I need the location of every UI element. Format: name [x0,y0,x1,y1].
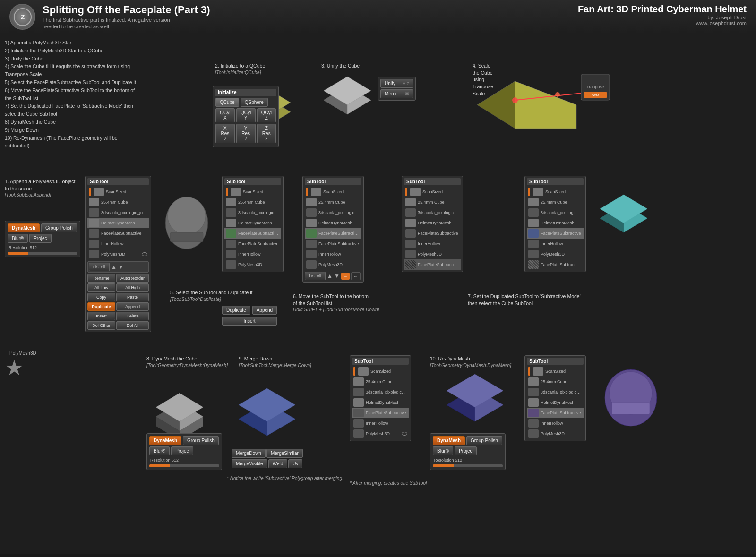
subtool-row-polymesh-1[interactable]: PolyMesh3D [87,249,149,259]
st5-faceplate-selected[interactable]: FacePlateSubtractive [527,228,584,239]
blur-button-3[interactable]: Blur® [433,446,453,455]
qcube-button[interactable]: QCube [215,98,239,107]
del-all-button[interactable]: Del All [116,321,149,330]
rename-button[interactable]: Rename [87,274,115,283]
st10-cube[interactable]: 25.4mm Cube [352,377,409,387]
st5-cube[interactable]: 25.4mm Cube [527,197,584,207]
st2-innerhollow[interactable]: InnerHollow [224,249,281,259]
st2-polymesh[interactable]: PolyMesh3D [224,259,281,270]
st10-helmet[interactable]: HelmetDynaMesh [352,397,409,408]
qcyl-z-button[interactable]: QCyl Z [257,108,276,122]
st4-scan3d[interactable]: 3dscanla_pixologic_josephd_ne [404,207,461,218]
st5-scansized[interactable]: ScanSized [527,187,584,197]
stf-cube[interactable]: 25.4mm Cube [527,377,584,387]
st3-scansized[interactable]: ScanSized [305,187,361,197]
st4-cube[interactable]: 25.4mm Cube [404,197,461,207]
append-action-button[interactable]: Append [252,306,277,315]
paste-button[interactable]: Paste [116,293,149,301]
st5-helmet[interactable]: HelmetDynaMesh [527,218,584,228]
list-all-button-1[interactable]: List All [89,263,110,271]
group-polish-button-2[interactable]: Group Polish [183,436,219,445]
st4-faceplate-sub[interactable]: FacePlateSubtractive [404,228,461,239]
qcyl-y-button[interactable]: QCyl Y [236,108,256,122]
copy-button[interactable]: Copy [87,293,115,301]
projec-button-2[interactable]: Projec [171,446,193,455]
st4-scansized[interactable]: ScanSized [404,187,461,197]
nav-up-icon-1[interactable]: ▲ [111,264,117,270]
list-all-button-3[interactable]: List All [305,272,326,280]
dynamesh-button-3[interactable]: DynaMesh [433,436,465,445]
duplicate-action-button[interactable]: Duplicate [222,306,250,315]
weld-button[interactable]: Weld [268,459,288,468]
st2-faceplate-selected[interactable]: FacePlateSubtractive1 [224,228,281,239]
st10-scan3d[interactable]: 3dscanla_pixologic_josephd_ne [352,387,409,397]
st3-faceplate[interactable]: FacePlateSubtractive [305,239,361,249]
nav-down-icon-1[interactable]: ▼ [118,264,124,270]
projec-button-1[interactable]: Projec [29,234,51,243]
mergedown-button[interactable]: MergeDown [232,449,266,458]
autoreorder-button[interactable]: AutoReorder [116,274,149,283]
st2-cube[interactable]: 25.4mm Cube [224,197,281,207]
subtool-row-innerhollow-1[interactable]: InnerHollow [87,239,149,249]
move-down-button[interactable]: → [341,273,350,280]
st3-innerhollow[interactable]: InnerHollow [305,249,361,259]
subtool-row-scansized-1[interactable]: ScanSized [87,187,149,197]
all-high-button[interactable]: All High [116,283,149,292]
stf-faceplate-selected[interactable]: FacePlateSubtractive [527,408,584,418]
x-res-button[interactable]: X Res 2 [215,124,235,143]
unify-button[interactable]: Unify ⌘V Z [380,79,413,88]
duplicate-button-main[interactable]: Duplicate [87,302,115,311]
insert-button-grid[interactable]: Insert [87,312,115,320]
projec-button-3[interactable]: Projec [455,446,476,455]
st4-faceplate-bottom[interactable]: FacePlateSubtractive1 [404,259,461,270]
dynamesh-button-1[interactable]: DynaMesh [8,223,40,232]
stf-polymesh[interactable]: PolyMesh3D [527,428,584,439]
delete-button-grid[interactable]: Delete [116,312,149,320]
insert-action-button[interactable]: Insert [222,317,277,326]
st2-faceplate2[interactable]: FacePlateSubtractive [224,239,281,249]
st3-helmet[interactable]: HelmetDynaMesh [305,218,361,228]
st3-polymesh[interactable]: PolyMesh3D [305,259,361,270]
subtool-row-faceplate-1[interactable]: FacePlateSubtractive [87,228,149,239]
subtool-row-helmet-1[interactable]: HelmetDynaMesh [87,218,149,228]
z-res-button[interactable]: Z Res 2 [257,124,276,143]
mirror-button[interactable]: Mirror ⌘ [380,89,413,98]
stf-scansized[interactable]: ScanSized [527,366,584,377]
st5-innerhollow[interactable]: InnerHollow [527,239,584,249]
subtool-row-scan3d-1[interactable]: 3dscanla_pixologic_josephd_ne [87,207,149,218]
st3-faceplate1-selected[interactable]: FacePlateSubtractive1 [305,228,361,239]
st2-helmet[interactable]: HelmetDynaMesh [224,218,281,228]
st5-faceplate-bottom[interactable]: FacePlateSubtractive1 [527,259,584,270]
st10-polymesh[interactable]: PolyMesh3D [352,428,409,439]
stf-scan3d[interactable]: 3dscanla_pixologic_josephd_ne [527,387,584,397]
nav-up-icon-3[interactable]: ▲ [327,273,333,279]
move-up-button[interactable]: ← [351,272,361,280]
st5-polymesh[interactable]: PolyMesh3D [527,249,584,259]
st4-helmet[interactable]: HelmetDynaMesh [404,218,461,228]
st10-innerhollow[interactable]: InnerHollow [352,418,409,428]
append-button-grid[interactable]: Append [116,302,149,311]
blur-button-1[interactable]: Blur® [8,234,28,243]
group-polish-button-1[interactable]: Group Polish [41,223,77,232]
st4-innerhollow[interactable]: InnerHollow [404,239,461,249]
uv-button[interactable]: Uv [288,459,302,468]
st5-scan3d[interactable]: 3dscanla_pixologic_josephd_ne [527,207,584,218]
group-polish-button-3[interactable]: Group Polish [466,436,502,445]
st4-polymesh[interactable]: PolyMesh3D [404,249,461,259]
blur-button-2[interactable]: Blur® [149,446,170,455]
st10-faceplate[interactable]: FacePlateSubtractive [352,408,409,418]
nav-down-icon-3[interactable]: ▼ [334,273,340,279]
st2-scansized[interactable]: ScanSized [224,187,281,197]
qcyl-x-button[interactable]: QCyl X [215,108,235,122]
stf-helmet[interactable]: HelmetDynaMesh [527,397,584,408]
st2-scan3d[interactable]: 3dscanla_pixologic_josephd_ne [224,207,281,218]
mergesimilar-button[interactable]: MergeSimilar [266,449,303,458]
st10-scansized[interactable]: ScanSized [352,366,409,377]
del-other-button[interactable]: Del Other [87,321,115,330]
dynamesh-button-2[interactable]: DynaMesh [149,436,181,445]
y-res-button[interactable]: Y Res 2 [236,124,256,143]
all-low-button[interactable]: All Low [87,283,115,292]
st3-cube[interactable]: 25.4mm Cube [305,197,361,207]
stf-innerhollow[interactable]: InnerHollow [527,418,584,428]
mergevisible-button[interactable]: MergeVisible [232,459,267,468]
